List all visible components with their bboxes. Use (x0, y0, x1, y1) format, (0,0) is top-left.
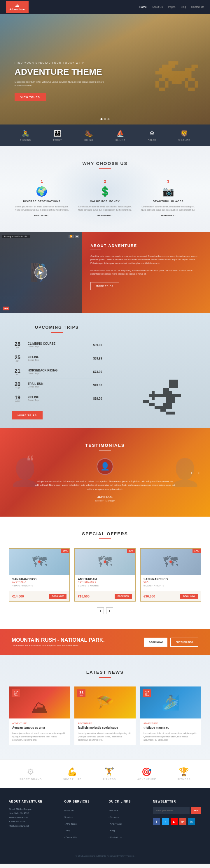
video-rewind-button[interactable]: ⏪ (69, 235, 74, 238)
activity-cycling[interactable]: 🚴 CYCLING (20, 130, 31, 141)
header: ⛰ Adventure Home About Us Pages Blog Con… (0, 0, 210, 14)
nav-pages[interactable]: Pages (168, 5, 176, 8)
social-facebook-button[interactable]: f (153, 818, 160, 825)
offers-next-button[interactable]: › (106, 608, 113, 614)
further-info-button[interactable]: FURTHER INFO (170, 638, 198, 647)
footer-newsletter-col: NEWSLETTER GO f t ▶ g+ in (153, 800, 201, 841)
trip-info-1: Climbing Course Group Trip (23, 342, 93, 348)
offers-prev-button[interactable]: ‹ (97, 608, 104, 614)
footer-service-5[interactable]: - Contact Us (64, 834, 101, 839)
trip-month-1: JAN (12, 347, 23, 349)
footer-service-1[interactable]: About Us (64, 807, 101, 812)
about-section: 🧗 ▶ Journey to the Center of t... ⏪ ▶ HD… (0, 232, 210, 313)
offer-days-2: 9 DAYS · 9 NIGHTS (78, 584, 132, 587)
about-content: ABOUT ADVENTURE Curabitur ante purus, co… (82, 232, 210, 313)
trip-row-3: 21 SAT Horseback riding Group Trip $73.0… (12, 365, 102, 379)
why-number-2: 2 (78, 179, 132, 184)
footer-link-3[interactable]: - APS Traxel (108, 820, 146, 826)
news-category-1: Adventure (12, 722, 67, 724)
why-read-more-2[interactable]: READ MORE... (98, 214, 112, 217)
why-read-more-3[interactable]: READ MORE... (161, 214, 176, 217)
video-play-small-button[interactable]: ▶ (75, 235, 79, 238)
partner-icon-2: 💪 (63, 767, 81, 777)
footer-service-2[interactable]: Services (64, 814, 101, 819)
nav-contact[interactable]: Contact Us (191, 5, 204, 8)
why-heading-1: DIVERSE DESTINATIONS (15, 200, 69, 203)
family-icon: 👨‍👩‍👧 (54, 130, 61, 137)
trips-skier-image: ⛷ (111, 313, 210, 428)
offer-country-1: AUSTRALIA (12, 581, 67, 583)
why-text-3: Lorem ipsum dolor sit amet, consectetur … (141, 205, 195, 212)
news-title-3: tristique magna et (143, 726, 198, 729)
trip-type-2: Group Trip (28, 359, 89, 361)
logo[interactable]: ⛰ Adventure (6, 1, 29, 13)
footer-service-3[interactable]: - APS Traxel (64, 820, 101, 826)
offer-country-2: NETHERLANDS (78, 581, 132, 583)
activity-polar[interactable]: ❄ POLAR (148, 130, 156, 141)
offer-footer-3: €36,500 BOOK NOW (140, 591, 201, 601)
why-number-1: 1 (15, 179, 69, 184)
partners-section: ⚙ SPORT BRAND 💪 SPORT LIFE 🏋 FITNESS 🎯 A… (0, 760, 210, 788)
testimonial-name: JOHN DOE (35, 495, 175, 499)
offer-city-2: AMSTERDAM (78, 578, 132, 581)
trip-name-1: Climbing Course (28, 342, 89, 345)
why-read-more-1[interactable]: READ MORE... (34, 214, 49, 217)
why-icon-1: 🌍 (15, 186, 69, 197)
trip-day-1: 28 (12, 341, 23, 347)
activity-wildlife[interactable]: 🦁 WILDLIFE (179, 130, 190, 141)
testimonial-prev-button[interactable]: ‹ (190, 469, 192, 475)
social-twitter-button[interactable]: t (162, 818, 169, 825)
footer-link-4[interactable]: - Blog (108, 827, 146, 833)
more-trips-button[interactable]: MORE TRIPS (12, 411, 43, 420)
trip-type-1: Group Trip (28, 345, 89, 348)
social-youtube-button[interactable]: ▶ (170, 818, 178, 825)
book-now-button-1[interactable]: BOOK NOW (49, 594, 67, 599)
special-offers-title: SPECIAL OFFERS (9, 531, 201, 536)
book-now-button-3[interactable]: BOOK NOW (180, 594, 198, 599)
social-linkedin-button[interactable]: in (188, 818, 195, 825)
why-icon-2: 💲 (78, 186, 132, 197)
video-play-button[interactable]: ▶ (34, 266, 47, 279)
footer-services-list: About Us Services - APS Traxel - Blog - … (64, 807, 101, 839)
activity-family[interactable]: 👨‍👩‍👧 FAMILY (53, 130, 62, 141)
rush-title: MOUNTAIN RUSH - NATIONAL PARK. (12, 637, 105, 643)
footer-link-5[interactable]: - Contact Us (108, 834, 146, 839)
newsletter-go-button[interactable]: GO (191, 807, 201, 814)
social-google-button[interactable]: g+ (179, 818, 186, 825)
news-category-2: Adventure (78, 722, 132, 724)
footer-service-4[interactable]: - Blog (64, 827, 101, 833)
book-now-rush-button[interactable]: BOOK NOW! (144, 638, 167, 647)
hero-dot-1[interactable] (101, 118, 103, 120)
trip-type-5: Group Trip (28, 399, 89, 401)
news-category-3: Adventure (143, 722, 198, 724)
view-tours-button[interactable]: VIEW TOURS (15, 93, 46, 101)
hero-dot-2[interactable] (104, 118, 106, 120)
more-trips-about-button[interactable]: MORE TRIPS (90, 282, 119, 290)
footer-link-1[interactable]: About Us (108, 807, 146, 812)
nav-blog[interactable]: Blog (181, 5, 186, 8)
partner-5: 🏆 FITNESS (177, 767, 190, 781)
family-label: FAMILY (53, 139, 62, 141)
offers-underline (99, 538, 111, 539)
activity-sailing[interactable]: ⛵ SAILING (115, 130, 126, 141)
hero-dot-3[interactable] (108, 118, 110, 120)
activity-hiking[interactable]: 🥾 HIKING (84, 130, 93, 141)
offer-image-1: 🗺 (9, 549, 70, 575)
testimonial-next-button[interactable]: › (198, 469, 200, 475)
why-grid: 1 🌍 DIVERSE DESTINATIONS Lorem ipsum dol… (15, 179, 195, 217)
why-number-3: 3 (141, 179, 195, 184)
book-now-button-2[interactable]: BOOK NOW (115, 594, 132, 599)
footer-link-2[interactable]: - Services (108, 814, 146, 819)
nav-home[interactable]: Home (139, 5, 147, 8)
newsletter-email-input[interactable] (153, 807, 190, 814)
hero-atv-figure: 🏍 (149, 39, 201, 99)
trip-price-2: $39.99 (93, 357, 102, 360)
trip-date-3: 21 SAT (12, 368, 23, 375)
news-desc-2: Lorem ipsum dolor sit amet, consectetur … (78, 732, 132, 741)
nav-about[interactable]: About Us (152, 5, 163, 8)
trip-month-3: SAT (12, 373, 23, 375)
rush-subtitle: Our trainers are available for both Begi… (12, 644, 105, 647)
wildlife-label: WILDLIFE (179, 139, 190, 141)
trip-month-5: WED (12, 400, 23, 402)
partner-2: 💪 SPORT LIFE (63, 767, 81, 781)
